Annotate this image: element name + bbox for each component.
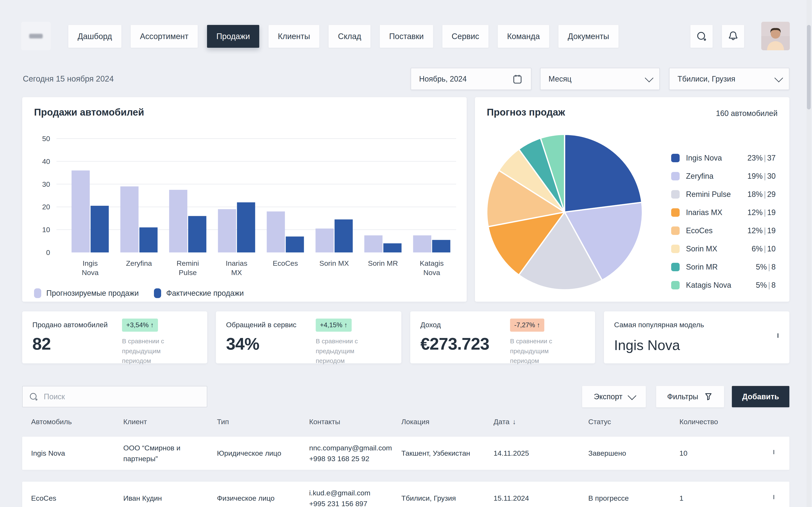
chevron-right-icon[interactable] [777,334,778,338]
chevron-right-icon[interactable] [773,496,774,499]
chevron-down-icon [627,391,636,400]
nav-tab-1[interactable]: Дашборд [68,25,121,48]
search-icon [29,392,39,402]
cell-2: Иван Кудин [123,482,191,507]
cell-text: Тбилиси, Грузия [401,493,486,504]
stat-value: 34% [226,334,259,354]
legend-swatch [671,263,679,271]
nav-tab-5[interactable]: Склад [328,25,370,48]
chevron-right-icon[interactable] [773,451,774,454]
legend-value: 12%|19 [748,226,776,235]
table-row-1[interactable]: Ingis NovaООО “Смирнов и партнеры”Юридич… [22,437,790,470]
svg-text:10: 10 [42,226,50,234]
column-header-2[interactable]: Клиент [123,415,147,428]
svg-text:50: 50 [42,134,50,143]
legend-value: 5%|8 [756,281,776,290]
stat-badge: +3,54% ↑ [122,319,158,332]
legend-value: 5%|8 [756,263,776,272]
date-picker[interactable]: Ноябрь, 2024 [411,68,531,90]
svg-text:30: 30 [42,180,50,188]
app-logo [21,22,51,50]
date-picker-value: Ноябрь, 2024 [419,74,467,83]
legend-swatch [154,288,161,298]
svg-text:KatagisNova: KatagisNova [420,259,444,277]
filters-button[interactable]: Фильтры [656,386,724,407]
cell-text: 15.11.2024 [494,493,561,504]
forecast-card: Прогноз продаж 160 автомобилей Ingis Nov… [475,97,790,302]
cell-4: i.kud.e@gmail.com+995 231 156 897 [309,482,398,507]
forecast-legend-item-1: Ingis Nova23%|37 [671,149,776,167]
svg-text:Sorin MR: Sorin MR [368,259,398,267]
forecast-legend-item-6: Sorin MX6%|10 [671,240,776,258]
cell-7: Завершено [588,437,664,470]
column-label: Контакты [309,418,340,426]
cell-text: Юридическое лицо [217,448,302,459]
export-button[interactable]: Экспорт [582,386,646,407]
nav-tab-3[interactable]: Продажи [207,25,259,48]
column-label: Автомобиль [31,418,72,426]
main-nav: ДашбордАссортиментПродажиКлиентыСкладПос… [68,25,618,48]
contact-line: i.kud.e@gmail.com [309,488,398,498]
svg-text:EcoCes: EcoCes [273,259,298,267]
column-label: Тип [217,418,229,426]
legend-label: Zeryfina [686,172,713,181]
column-header-1[interactable]: Автомобиль [31,415,72,428]
column-label: Статус [588,418,611,426]
nav-tab-6[interactable]: Поставки [380,25,433,48]
stat-label: Обращений в сервис [226,321,297,329]
sales-chart-title: Продажи автомобилей [34,107,144,118]
svg-text:0: 0 [46,248,50,257]
cell-text: ООО “Смирнов и партнеры” [123,443,191,464]
cell-text: EcoCes [31,493,116,504]
legend-swatch [671,245,679,253]
table-row-2[interactable]: EcoCesИван КудинФизическое лицоi.kud.e@g… [22,482,790,507]
column-header-4[interactable]: Контакты [309,415,340,428]
legend-value: 23%|37 [748,154,776,162]
cell-text: 10 [679,448,730,459]
sales-chart-legend: Прогнозируемые продажиФактические продаж… [34,288,244,298]
legend-swatch [671,208,679,217]
cell-5: Тбилиси, Грузия [401,482,486,507]
stat-badge: -7,27% ↑ [510,319,544,332]
location-select[interactable]: Тбилиси, Грузия [669,68,790,90]
chevron-down-icon [774,74,783,82]
column-label: Локация [401,418,429,426]
nav-tab-4[interactable]: Клиенты [268,25,319,48]
search-button[interactable] [691,25,713,48]
legend-swatch [671,226,679,235]
stat-card-3: Доход€273.723-7,27% ↑В сравнении с преды… [410,312,595,363]
stat-note: В сравнении с предыдущим периодом [510,336,575,366]
search-input[interactable] [43,392,201,401]
cell-text: Ingis Nova [31,448,116,459]
period-select-value: Месяц [549,74,571,83]
column-header-6[interactable]: Дата↓ [494,415,516,428]
stat-card-4[interactable]: Самая популярная модельIngis Nova [604,312,790,363]
stat-card-1: Продано автомобилей82+3,54% ↑В сравнении… [22,312,207,363]
stat-label: Самая популярная модель [614,321,704,329]
forecast-legend: Ingis Nova23%|37Zeryfina19%|30Remini Pul… [671,149,776,297]
svg-text:20: 20 [42,203,50,211]
column-header-7[interactable]: Статус [588,415,611,428]
nav-tab-9[interactable]: Документы [558,25,618,48]
scrollbar-thumb[interactable] [807,25,811,109]
nav-tab-2[interactable]: Ассортимент [131,25,198,48]
period-select[interactable]: Месяц [540,68,660,90]
notifications-button[interactable] [722,25,744,48]
legend-swatch [34,288,41,298]
add-button[interactable]: Добавить [732,386,790,407]
forecast-total: 160 автомобилей [716,109,777,118]
cell-8: 10 [679,437,730,470]
nav-tab-8[interactable]: Команда [498,25,549,48]
column-header-8[interactable]: Количество [679,415,718,428]
cell-1: Ingis Nova [31,437,116,470]
column-header-5[interactable]: Локация [401,415,429,428]
cell-3: Юридическое лицо [217,437,302,470]
table-search[interactable] [22,386,207,407]
nav-tab-7[interactable]: Сервис [442,25,489,48]
forecast-title: Прогноз продаж [487,107,565,118]
forecast-legend-item-7: Sorin MR5%|8 [671,258,776,276]
column-label: Количество [679,418,718,426]
column-header-3[interactable]: Тип [217,415,229,428]
user-avatar[interactable] [761,22,790,50]
legend-swatch [671,190,679,199]
